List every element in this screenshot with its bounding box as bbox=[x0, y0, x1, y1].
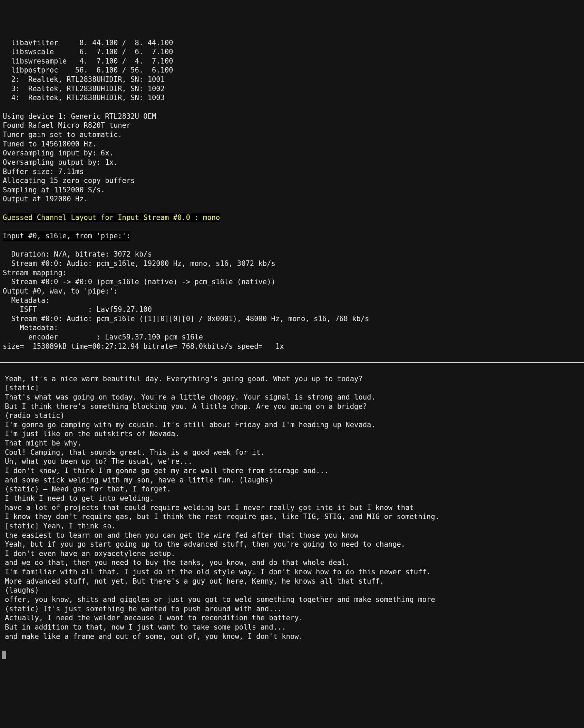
cursor bbox=[2, 651, 6, 659]
log-line: 4: Realtek, RTL2838UHIDIR, SN: 1003 bbox=[0, 93, 584, 103]
log-line: libswscale 6. 7.100 / 6. 7.100 bbox=[0, 47, 584, 57]
log-line: ISFT : Lavf59.27.100 bbox=[0, 305, 584, 314]
log-line: Allocating 15 zero-copy buffers bbox=[0, 176, 584, 185]
log-line: Found Rafael Micro R820T tuner bbox=[0, 121, 584, 130]
log-line: Buffer size: 7.11ms bbox=[0, 167, 584, 176]
log-line: 3: Realtek, RTL2838UHIDIR, SN: 1002 bbox=[0, 84, 584, 94]
log-line: encoder : Lavc59.37.100 pcm_s16le bbox=[0, 333, 584, 342]
log-line: Duration: N/A, bitrate: 3072 kb/s bbox=[0, 250, 584, 259]
transcript-line: (static) It's just something he wanted t… bbox=[5, 604, 579, 614]
transcript-line: I'm gonna go camping with my cousin. It'… bbox=[5, 420, 579, 430]
transcript-line: I know they don't require gas, but I thi… bbox=[5, 512, 579, 521]
log-line: Using device 1: Generic RTL2832U OEM bbox=[0, 112, 584, 121]
log-line bbox=[0, 103, 584, 112]
transcript-line: I'm familiar with all that. I just do it… bbox=[5, 567, 579, 577]
log-line: Stream #0:0 -> #0:0 (pcm_s16le (native) … bbox=[0, 277, 584, 287]
log-line: Sampling at 1152000 S/s. bbox=[0, 185, 584, 195]
log-line: size= 153089kB time=00:27:12.94 bitrate=… bbox=[0, 342, 584, 351]
transcript-line: I'm just like on the outskirts of Nevada… bbox=[5, 429, 579, 439]
input-pipe-line: Input #0, s16le, from 'pipe:': bbox=[0, 231, 584, 241]
log-line: libpostproc 56. 6.100 / 56. 6.100 bbox=[0, 66, 584, 75]
transcript-line: But I think there's something blocking y… bbox=[5, 402, 579, 411]
log-line: Stream #0:0: Audio: pcm_s16le ([1][0][0]… bbox=[0, 314, 584, 324]
transcript-line: Actually, I need the welder because I wa… bbox=[5, 613, 579, 623]
transcript-line: That's what was going on today. You're a… bbox=[5, 393, 579, 402]
highlight-dark: Input #0, s16le, from 'pipe:': bbox=[3, 231, 130, 241]
transcript-line: and we do that, then you need to buy the… bbox=[5, 558, 579, 567]
log-line: Oversampling output by: 1x. bbox=[0, 158, 584, 167]
transcript-line: More advanced stuff, not yet. But there'… bbox=[5, 577, 579, 586]
log-line: libavfilter 8. 44.100 / 8. 44.100 bbox=[0, 38, 584, 48]
terminal-output-mid: Duration: N/A, bitrate: 3072 kb/s Stream… bbox=[0, 250, 584, 351]
transcript-line: But in addition to that, now I just want… bbox=[5, 623, 579, 632]
transcript-line: have a lot of projects that could requir… bbox=[5, 503, 579, 513]
transcript-line: and some stick welding with my son, have… bbox=[5, 476, 579, 485]
pane-divider[interactable] bbox=[0, 362, 584, 363]
log-line: Output #0, wav, to 'pipe:': bbox=[0, 287, 584, 296]
guessed-channel-line: Guessed Channel Layout for Input Stream … bbox=[0, 213, 584, 222]
transcript-line: offer, you know, shits and giggles or ju… bbox=[5, 595, 579, 604]
highlight-yellow: Guessed Channel Layout for Input Stream … bbox=[3, 213, 220, 222]
transcript-line: That might be why. bbox=[5, 439, 579, 448]
log-line: Stream mapping: bbox=[0, 268, 584, 278]
transcript-line: Yeah, but if you go start going up to th… bbox=[5, 540, 579, 549]
transcript-line: (static) — Need gas for that, I forget. bbox=[5, 485, 579, 494]
transcript-line: [static] bbox=[5, 383, 579, 393]
log-line: Stream #0:0: Audio: pcm_s16le, 192000 Hz… bbox=[0, 259, 584, 268]
log-line: Tuned to 145618000 Hz. bbox=[0, 140, 584, 149]
transcript-line: I don't know, I think I'm gonna go get m… bbox=[5, 466, 579, 476]
transcript-line: I think I need to get into welding. bbox=[5, 494, 579, 503]
log-line: Tuner gain set to automatic. bbox=[0, 130, 584, 140]
log-line: Output at 192000 Hz. bbox=[0, 194, 584, 204]
transcript-line: and make like a frame and out of some, o… bbox=[5, 632, 579, 641]
transcript-line: [static] Yeah, I think so. bbox=[5, 521, 579, 531]
transcript-line: I don't even have an oxyacetylene setup. bbox=[5, 549, 579, 558]
transcript-line: Cool! Camping, that sounds great. This i… bbox=[5, 448, 579, 457]
terminal-output-top: libavfilter 8. 44.100 / 8. 44.100 libsws… bbox=[0, 38, 584, 204]
transcript-line: (laughs) bbox=[5, 586, 579, 595]
transcript-block: Yeah, it's a nice warm beautiful day. Ev… bbox=[0, 374, 584, 641]
transcript-line: (radio static) bbox=[5, 411, 579, 420]
transcript-line: the easiest to learn on and then you can… bbox=[5, 531, 579, 540]
log-line: Metadata: bbox=[0, 323, 584, 333]
log-line: Metadata: bbox=[0, 296, 584, 305]
log-line: 2: Realtek, RTL2838UHIDIR, SN: 1001 bbox=[0, 75, 584, 84]
log-line: libswresample 4. 7.100 / 4. 7.100 bbox=[0, 57, 584, 66]
transcript-line: Uh, what you been up to? The usual, we'r… bbox=[5, 457, 579, 466]
log-line: Oversampling input by: 6x. bbox=[0, 149, 584, 158]
transcript-line: Yeah, it's a nice warm beautiful day. Ev… bbox=[5, 374, 579, 384]
